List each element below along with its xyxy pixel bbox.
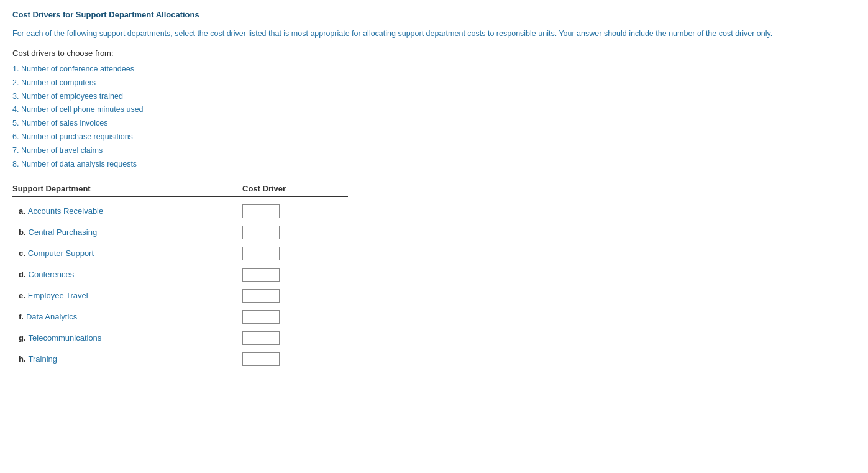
cost-driver-input-f[interactable] xyxy=(242,310,280,324)
table-row: e.Employee Travel xyxy=(12,285,348,306)
table-row: c.Computer Support xyxy=(12,243,348,264)
table-row: h.Training xyxy=(12,349,348,370)
dept-label-h: h.Training xyxy=(12,354,242,364)
cost-driver-input-e[interactable] xyxy=(242,289,280,303)
cost-drivers-label: Cost drivers to choose from: xyxy=(12,48,856,58)
cost-driver-input-g[interactable] xyxy=(242,331,280,345)
dept-name: Training xyxy=(29,354,57,364)
cost-driver-item: 6. Number of purchase requisitions xyxy=(12,131,856,144)
dept-label-c: c.Computer Support xyxy=(12,249,242,258)
dept-label-b: b.Central Purchasing xyxy=(12,227,242,237)
cost-driver-item: 3. Number of employees trained xyxy=(12,90,856,104)
cost-driver-item: 1. Number of conference attendees xyxy=(12,63,856,76)
support-dept-table: Support Department Cost Driver a.Account… xyxy=(12,184,348,370)
dept-label-e: e.Employee Travel xyxy=(12,291,242,300)
dept-label-g: g.Telecommunications xyxy=(12,333,242,342)
table-header: Support Department Cost Driver xyxy=(12,184,348,197)
dept-name: Accounts Receivable xyxy=(28,206,103,216)
dept-name: Computer Support xyxy=(28,249,94,258)
dept-letter: d. xyxy=(19,270,26,279)
cost-driver-input-a[interactable] xyxy=(242,204,280,218)
cost-driver-input-b[interactable] xyxy=(242,226,280,239)
cost-driver-input-h[interactable] xyxy=(242,352,280,366)
dept-label-f: f.Data Analytics xyxy=(12,312,242,321)
dept-letter: e. xyxy=(19,291,25,300)
dept-name: Central Purchasing xyxy=(29,227,98,237)
cost-driver-input-d[interactable] xyxy=(242,268,280,282)
table-row: f.Data Analytics xyxy=(12,306,348,328)
page-title: Cost Drivers for Support Department Allo… xyxy=(12,10,856,19)
cost-driver-item: 4. Number of cell phone minutes used xyxy=(12,103,856,117)
col-dept-header: Support Department xyxy=(12,184,242,193)
cost-drivers-list: 1. Number of conference attendees2. Numb… xyxy=(12,63,856,172)
cost-driver-input-c[interactable] xyxy=(242,247,280,260)
dept-name: Telecommunications xyxy=(29,333,102,342)
dept-letter: c. xyxy=(19,249,25,258)
col-driver-header: Cost Driver xyxy=(242,184,304,193)
instructions: For each of the following support depart… xyxy=(12,28,856,40)
dept-letter: f. xyxy=(19,312,24,321)
table-row: b.Central Purchasing xyxy=(12,222,348,243)
dept-label-a: a.Accounts Receivable xyxy=(12,206,242,216)
dept-name: Conferences xyxy=(29,270,75,279)
cost-driver-item: 8. Number of data analysis requests xyxy=(12,158,856,172)
table-row: a.Accounts Receivable xyxy=(12,201,348,222)
dept-letter: g. xyxy=(19,333,26,342)
dept-letter: h. xyxy=(19,354,26,364)
bottom-divider xyxy=(12,395,856,395)
dept-letter: b. xyxy=(19,227,26,237)
dept-name: Data Analytics xyxy=(26,312,77,321)
table-row: g.Telecommunications xyxy=(12,328,348,349)
cost-driver-item: 7. Number of travel claims xyxy=(12,144,856,158)
cost-driver-item: 5. Number of sales invoices xyxy=(12,117,856,131)
table-row: d.Conferences xyxy=(12,264,348,285)
dept-letter: a. xyxy=(19,206,25,216)
cost-driver-item: 2. Number of computers xyxy=(12,76,856,90)
dept-name: Employee Travel xyxy=(28,291,88,300)
dept-label-d: d.Conferences xyxy=(12,270,242,279)
